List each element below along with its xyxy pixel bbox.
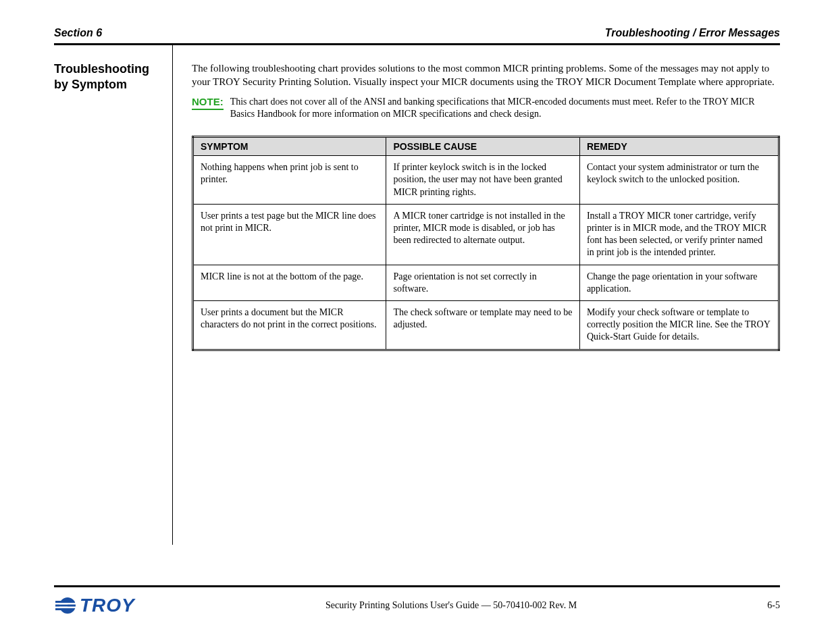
cell-cause: If printer keylock switch is in the lock… xyxy=(386,156,579,205)
col-header-remedy: REMEDY xyxy=(579,137,779,156)
cell-cause: A MICR toner cartridge is not installed … xyxy=(386,204,579,265)
cell-remedy: Install a TROY MICR toner cartridge, ver… xyxy=(579,204,779,265)
note-text: This chart does not cover all of the ANS… xyxy=(230,96,780,122)
svg-rect-6 xyxy=(59,603,77,605)
table-row: User prints a document but the MICR char… xyxy=(193,300,779,350)
cell-cause: The check software or template may need … xyxy=(386,300,579,350)
globe-icon xyxy=(54,594,77,617)
cell-symptom: User prints a document but the MICR char… xyxy=(193,300,386,350)
cell-symptom: MICR line is not at the bottom of the pa… xyxy=(193,265,386,300)
col-header-cause: POSSIBLE CAUSE xyxy=(386,137,579,156)
sidebar-heading: Troubleshooting by Symptom xyxy=(54,61,165,92)
cell-symptom: User prints a test page but the MICR lin… xyxy=(193,204,386,265)
svg-rect-1 xyxy=(55,601,68,603)
col-header-symptom: SYMPTOM xyxy=(193,137,386,156)
table-row: User prints a test page but the MICR lin… xyxy=(193,204,779,265)
cell-remedy: Contact your system administrator or tur… xyxy=(579,156,779,205)
note-block: NOTE: This chart does not cover all of t… xyxy=(192,96,780,122)
cell-remedy: Change the page orientation in your soft… xyxy=(579,265,779,300)
note-label: NOTE: xyxy=(192,96,224,110)
running-header: Section 6 Troubleshooting / Error Messag… xyxy=(54,27,780,39)
footer-rule xyxy=(54,585,780,587)
logo-text: TROY xyxy=(80,595,135,616)
main-content: The following troubleshooting chart prov… xyxy=(173,45,780,545)
header-left: Section 6 xyxy=(54,27,102,39)
brand-logo: TROY xyxy=(54,594,135,617)
table-header-row: SYMPTOM POSSIBLE CAUSE REMEDY xyxy=(193,137,779,156)
cell-symptom: Nothing happens when print job is sent t… xyxy=(193,156,386,205)
troubleshooting-table: SYMPTOM POSSIBLE CAUSE REMEDY Nothing ha… xyxy=(192,136,780,350)
page-footer: TROY Security Printing Solutions User's … xyxy=(54,585,780,617)
lead-paragraph: The following troubleshooting chart prov… xyxy=(192,61,780,89)
cell-remedy: Modify your check software or template t… xyxy=(579,300,779,350)
table-row: Nothing happens when print job is sent t… xyxy=(193,156,779,205)
cell-cause: Page orientation is not set correctly in… xyxy=(386,265,579,300)
header-right: Troubleshooting / Error Messages xyxy=(605,27,780,39)
footer-center: Security Printing Solutions User's Guide… xyxy=(325,600,577,611)
svg-rect-7 xyxy=(59,607,77,609)
svg-rect-4 xyxy=(55,605,68,607)
svg-rect-5 xyxy=(55,608,68,610)
footer-page-number: 6-5 xyxy=(767,600,780,611)
table-row: MICR line is not at the bottom of the pa… xyxy=(193,265,779,300)
sidebar: Troubleshooting by Symptom xyxy=(54,45,173,545)
